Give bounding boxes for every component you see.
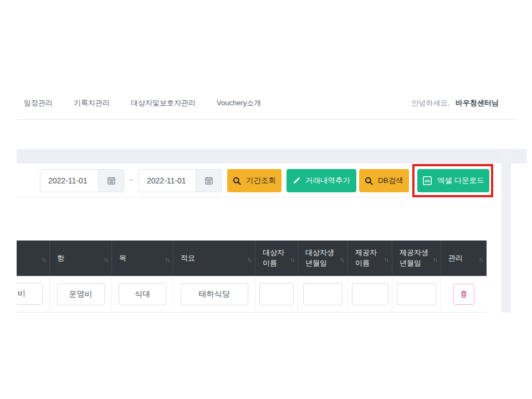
cell-provider-birth — [392, 276, 441, 312]
header-cell-target-birth[interactable]: 대상자생 년월일 ↑↓ — [298, 241, 348, 276]
target-birth-input[interactable] — [303, 283, 342, 305]
sort-icon[interactable]: ↑↓ — [433, 255, 437, 264]
header-cell-provider-name[interactable]: 제공자 이름 ↑↓ — [348, 241, 392, 276]
period-search-button[interactable]: 기간조회 — [227, 169, 282, 192]
delete-row-button[interactable] — [453, 284, 474, 305]
db-search-label: DB검색 — [378, 176, 403, 186]
header-cell-provider-birth[interactable]: 제공자생 년월일 ↑↓ — [392, 241, 441, 276]
user-greeting: 안녕하세요, 바우청센터님 — [412, 98, 499, 108]
calendar-icon — [107, 176, 116, 185]
provider-name-input[interactable] — [352, 283, 388, 305]
cell-hang — [50, 276, 112, 312]
target-name-input[interactable] — [259, 283, 294, 305]
sort-icon[interactable]: ↑↓ — [290, 255, 294, 264]
sort-icon[interactable]: ↑↓ — [384, 255, 388, 264]
excel-file-icon: xls — [422, 176, 432, 186]
nav-item-subjects-guardians[interactable]: 대상자및보호자관리 — [131, 98, 196, 108]
cell-target-birth — [298, 276, 348, 312]
cell-jeokyo — [173, 276, 255, 312]
nav-item-records[interactable]: 기록지관리 — [74, 98, 110, 108]
cell-provider-name — [348, 276, 392, 312]
header-cell-manage[interactable]: 관리 ↑↓ — [441, 241, 487, 276]
sort-icon[interactable]: ↑↓ — [340, 255, 344, 264]
excel-download-label: 엑셀 다운로드 — [437, 176, 484, 186]
excel-download-button[interactable]: xls 엑셀 다운로드 — [417, 169, 489, 192]
sort-icon[interactable]: ↑↓ — [165, 255, 169, 264]
calendar-icon — [204, 176, 213, 185]
panel-top-band — [17, 149, 526, 163]
mok-input[interactable] — [119, 283, 166, 305]
app-screen: 일정관리 기록지관리 대상자및보호자관리 Vouchery소개 안녕하세요, 바… — [0, 0, 532, 399]
provider-birth-input[interactable] — [397, 283, 436, 305]
sort-icon[interactable]: ↑↓ — [247, 255, 251, 264]
right-scroll-rail[interactable] — [502, 149, 511, 313]
add-transaction-label: 거래내역추가 — [305, 176, 350, 186]
header-cell-target-name[interactable]: 대상자 이름 ↑↓ — [255, 241, 298, 276]
clipped-input[interactable] — [17, 283, 43, 305]
header-cell-hang[interactable]: 항 ↑↓ — [50, 241, 112, 276]
nav-item-vouchery-intro[interactable]: Vouchery소개 — [217, 98, 261, 108]
table-header-row: ↑↓ 항 ↑↓ 목 ↑↓ 적요 ↑↓ 대상자 이름 ↑↓ 대상자생 년월일 ↑↓ — [17, 241, 487, 276]
date-from-calendar-button[interactable] — [98, 170, 124, 192]
header-cell-mok[interactable]: 목 ↑↓ — [112, 241, 173, 276]
sort-icon[interactable]: ↑↓ — [42, 255, 45, 264]
sort-icon[interactable]: ↑↓ — [104, 255, 108, 264]
cell-clipped — [17, 276, 50, 312]
cell-mok — [112, 276, 173, 312]
top-nav: 일정관리 기록지관리 대상자및보호자관리 Vouchery소개 — [24, 98, 261, 108]
date-to-input[interactable] — [139, 170, 196, 192]
jeokyo-input[interactable] — [181, 283, 248, 305]
period-search-label: 기간조회 — [246, 176, 276, 186]
search-icon — [233, 177, 241, 185]
pencil-icon — [293, 177, 300, 185]
nav-divider — [17, 119, 517, 120]
cell-manage — [441, 276, 487, 312]
hang-input[interactable] — [57, 283, 105, 305]
date-from-input[interactable] — [40, 170, 98, 192]
transactions-table: ↑↓ 항 ↑↓ 목 ↑↓ 적요 ↑↓ 대상자 이름 ↑↓ 대상자생 년월일 ↑↓ — [17, 241, 487, 313]
date-from-group — [40, 169, 124, 192]
cell-target-name — [255, 276, 298, 312]
sort-icon[interactable]: ↑↓ — [479, 255, 483, 264]
greeting-text: 안녕하세요, — [412, 99, 450, 107]
header-cell-jeokyo[interactable]: 적요 ↑↓ — [173, 241, 255, 276]
trash-icon — [459, 290, 468, 299]
filter-divider — [17, 197, 500, 197]
nav-item-schedule[interactable]: 일정관리 — [24, 98, 53, 108]
header-cell-clipped[interactable]: ↑↓ — [17, 241, 50, 276]
search-icon — [365, 177, 373, 185]
date-to-group — [139, 169, 222, 192]
svg-text:xls: xls — [425, 179, 430, 183]
add-transaction-button[interactable]: 거래내역추가 — [287, 169, 356, 192]
date-range-separator: ~ — [129, 176, 134, 184]
table-row — [17, 276, 487, 313]
date-to-calendar-button[interactable] — [196, 170, 221, 192]
db-search-button[interactable]: DB검색 — [359, 169, 409, 192]
user-name: 바우청센터님 — [456, 99, 499, 107]
